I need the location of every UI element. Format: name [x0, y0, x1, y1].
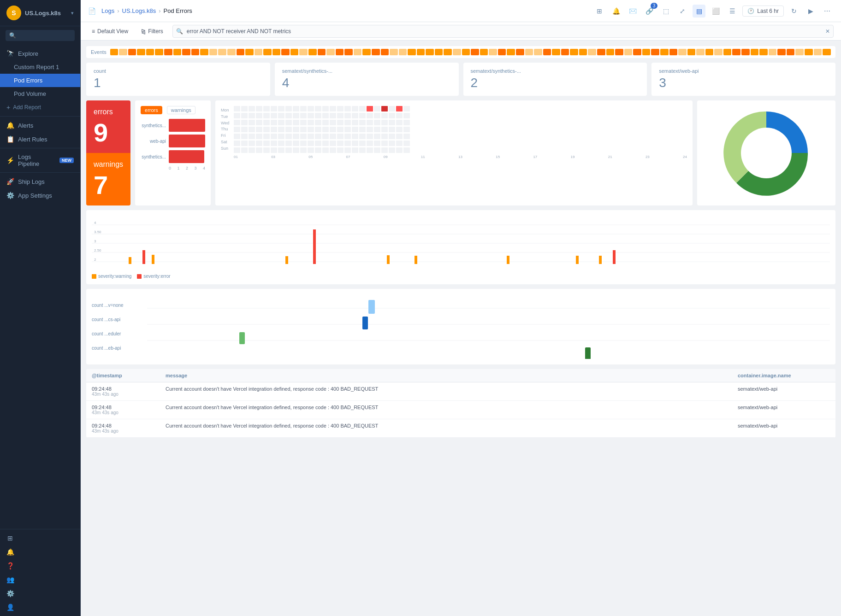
axis-2: 2: [186, 166, 188, 170]
bar-chart-icon[interactable]: ▤: [693, 5, 705, 18]
split-view-icon[interactable]: ⬜: [709, 5, 722, 18]
event-block: [489, 49, 497, 55]
bubble-svg: [147, 294, 830, 359]
heatmap-cell: [337, 134, 344, 139]
log-row-1[interactable]: 09:24:48 43m 43s ago Current account doe…: [86, 401, 835, 419]
sidebar-item-app-settings[interactable]: ⚙️ App Settings: [0, 188, 80, 202]
breadcrumb-org[interactable]: US.Logs.k8s: [122, 7, 156, 14]
stat-label-2: sematext/synthetics-...: [471, 68, 640, 74]
heatmap-cell: [322, 134, 329, 139]
event-block: [435, 49, 443, 55]
heatmap-cell: [367, 134, 373, 139]
filter-button[interactable]: ⧎ Filters: [137, 26, 167, 36]
heatmap-cell: [263, 147, 270, 153]
event-block: [453, 49, 461, 55]
heatmap-cell: [285, 134, 292, 139]
heatmap-cell: [396, 127, 403, 132]
heatmap-cell: [293, 141, 299, 146]
org-chevron-icon[interactable]: ▾: [71, 10, 74, 16]
add-report-button[interactable]: + Add Report: [0, 100, 80, 114]
legend-warning: severity:warning: [92, 274, 131, 279]
sidebar-item-alerts[interactable]: 🔔 Alerts: [0, 118, 80, 132]
sidebar-item-b-alerts[interactable]: 🔔: [0, 545, 80, 559]
time-selector[interactable]: 🕐 Last 6 hr: [742, 6, 784, 17]
sidebar-item-user[interactable]: 👤: [0, 600, 80, 614]
errors-box: errors 9: [86, 100, 130, 153]
heatmap-row: [234, 120, 687, 125]
bar-fill-1: [169, 135, 205, 147]
heatmap-cell: [389, 147, 395, 153]
heatmap-cell: [271, 120, 277, 125]
sidebar-item-alert-rules[interactable]: 📋 Alert Rules: [0, 132, 80, 146]
event-block: [191, 49, 200, 55]
heatmap-cell: [367, 120, 373, 125]
sidebar-alert-rules-label: Alert Rules: [18, 136, 47, 143]
heatmap-cell: [285, 106, 292, 111]
filter-icon: ⧎: [141, 28, 146, 35]
sidebar-item-explore[interactable]: 🔭 Explore: [0, 47, 80, 60]
event-block: [336, 49, 344, 55]
resize-icon[interactable]: ⬚: [659, 5, 672, 18]
sidebar-item-integrations[interactable]: ⊞: [0, 531, 80, 545]
heatmap-cell: [315, 106, 321, 111]
list-view-icon[interactable]: ☰: [726, 5, 739, 18]
svg-text:2.50: 2.50: [94, 248, 101, 252]
event-block: [426, 49, 434, 55]
sidebar-item-ship-logs[interactable]: 🚀 Ship Logs: [0, 175, 80, 188]
view-selector[interactable]: ≡ Default View: [88, 26, 132, 36]
heatmap-cell: [403, 147, 410, 153]
sidebar-item-help[interactable]: ❓: [0, 559, 80, 573]
heatmap-cell: [263, 127, 270, 132]
log-container-2: sematext/web-api: [738, 423, 830, 428]
heatmap-day-tue: Tue: [221, 114, 234, 119]
event-block: [299, 49, 308, 55]
heatmap-cell: [315, 141, 321, 146]
grid-view-icon[interactable]: ⊞: [593, 5, 606, 18]
search-clear-icon[interactable]: ✕: [825, 28, 830, 35]
team-icon: 👥: [6, 576, 14, 583]
heatmap-cell: [300, 127, 307, 132]
bell-icon[interactable]: 🔔: [610, 5, 622, 18]
heatmap-cell: [352, 106, 358, 111]
search-bar: 🔍 ✕: [172, 25, 834, 38]
left-charts: errors 9 warnings 7 errors warnings: [86, 100, 211, 205]
event-block: [741, 49, 750, 55]
sidebar-item-pod-volume[interactable]: Pod Volume: [0, 87, 80, 100]
refresh-button[interactable]: ↻: [788, 5, 800, 18]
stat-value-3: 3: [659, 76, 828, 90]
bar-chart-tabs: errors warnings: [141, 106, 205, 114]
search-input[interactable]: [172, 25, 834, 38]
heatmap-cell: [330, 147, 336, 153]
bar-tab-errors[interactable]: errors: [141, 106, 162, 114]
event-block: [381, 49, 389, 55]
event-block: [498, 49, 506, 55]
sidebar-search-area: 🔍: [0, 26, 80, 45]
bar-tab-warnings[interactable]: warnings: [167, 106, 195, 114]
sidebar-item-pod-errors[interactable]: Pod Errors: [0, 74, 80, 87]
log-row-0[interactable]: 09:24:48 43m 43s ago Current account doe…: [86, 382, 835, 401]
ship-logs-icon: 🚀: [6, 178, 14, 185]
sidebar-item-custom-report[interactable]: Custom Report 1: [0, 60, 80, 74]
mail-icon[interactable]: ✉️: [626, 5, 639, 18]
more-options-icon[interactable]: ⋯: [821, 5, 834, 18]
heatmap-cell: [308, 106, 314, 111]
log-timestamp-2: 09:24:48 43m 43s ago: [92, 423, 166, 434]
sidebar-item-logs-pipeline[interactable]: ⚡ Logs Pipeline NEW: [0, 150, 80, 170]
sidebar-search-input[interactable]: 🔍: [6, 30, 75, 41]
log-row-2[interactable]: 09:24:48 43m 43s ago Current account doe…: [86, 419, 835, 438]
expand-icon[interactable]: ⤢: [676, 5, 689, 18]
heatmap-cell: [315, 134, 321, 139]
bubble-y-labels: count ...v=none count ...cs-api count ..…: [92, 294, 147, 359]
breadcrumb-logs[interactable]: Logs: [101, 7, 114, 14]
heatmap-cell: [337, 141, 344, 146]
event-block: [164, 49, 172, 55]
sidebar-item-team[interactable]: 👥: [0, 573, 80, 587]
heatmap-cell: [300, 134, 307, 139]
heatmap-cell: [374, 127, 380, 132]
heatmap-cell: [256, 120, 262, 125]
heatmap-cell: [381, 141, 388, 146]
event-block: [471, 49, 479, 55]
heatmap-cell: [234, 141, 240, 146]
sidebar-item-settings[interactable]: ⚙️: [0, 587, 80, 600]
play-button[interactable]: ▶: [804, 5, 817, 18]
